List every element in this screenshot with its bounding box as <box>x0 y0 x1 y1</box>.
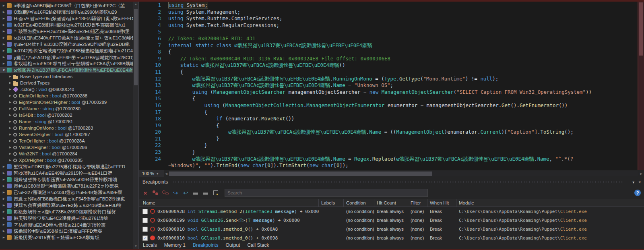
line-number[interactable]: 10 <box>139 62 163 69</box>
tree-item[interactable]: ▶RunningOnMono : bool @17000283 <box>0 125 133 131</box>
code-line[interactable]: =Windows)", "").TrimEnd(new char[0]).Tri… <box>139 162 638 169</box>
tree-item[interactable]: ▶Ô勳㶜ӱ눸\u16FE䰸Ø腹琿㳡ē雨ъ\u2990M㶄㹡\u29 <box>0 9 133 15</box>
code-line[interactable]: 15 { <box>139 95 638 102</box>
disable-all-breakpoints-icon[interactable] <box>162 189 169 196</box>
breakpoint-enabled-checkbox[interactable] <box>142 227 148 232</box>
expand-arrow-icon[interactable]: ▶ <box>1 43 6 46</box>
column-header-labels[interactable]: Labels <box>319 199 344 207</box>
line-number[interactable]: 9 <box>139 56 163 62</box>
code-line[interactable]: 14 using (ManagementObjectSearcher manag… <box>139 89 638 96</box>
line-number[interactable]: 23 <box>139 149 163 156</box>
code-line[interactable]: 18 if (enumerator.MoveNext()) <box>139 116 638 122</box>
line-number[interactable]: 1 <box>139 2 163 9</box>
expand-arrow-icon[interactable]: ▶ <box>1 165 6 168</box>
expand-arrow-icon[interactable]: ▶ <box>1 17 6 20</box>
expand-arrow-icon[interactable]: ▶ <box>1 217 6 220</box>
line-number[interactable]: 11 <box>139 69 163 76</box>
tree-item[interactable]: ▶㠯\uF327䞐㼄㴹Ｈ\u233D䨤㤎ǂ\uE54B㛺㵐\uA69E㝮 <box>0 189 133 196</box>
code-line[interactable]: 19 { <box>139 122 638 129</box>
editor-vertical-scrollbar[interactable] <box>638 2 644 170</box>
tree-item[interactable]: ▶㊷㘷唱棺ㄿ\uE5DF䣗ヨ㮔ㆌ┱㦔䫉㯫\uEC5A㢤\uE86B㷒㠤 <box>0 60 133 67</box>
expand-arrow-icon[interactable]: ▶ <box>1 36 6 39</box>
expand-arrow-icon[interactable]: ▶ <box>1 236 6 239</box>
expand-arrow-icon[interactable]: ▶ <box>1 56 6 59</box>
tree-item[interactable]: ▶Is64Bit : bool @17000282 <box>0 112 133 118</box>
expand-arrow-icon[interactable]: ▶ <box>8 81 13 85</box>
show-modules-icon[interactable] <box>202 189 209 196</box>
tree-item[interactable]: ▶㳚㨴㣼㺯\u2915㝗㸫ェ㛄㰛\uEC5A㶯㛩㘷 <box>0 234 133 241</box>
code-line[interactable]: 2using System.Management; <box>139 9 638 16</box>
code-line[interactable]: 4using System.Text.RegularExpressions; <box>139 22 638 29</box>
line-number[interactable]: 7 <box>139 42 163 49</box>
column-header-filter[interactable]: Filter <box>408 199 427 207</box>
code-line[interactable]: 8{ <box>139 49 638 56</box>
scrollbar-thumb[interactable] <box>639 2 643 56</box>
code-editor[interactable]: 1using System;2using System.Management;3… <box>139 2 644 170</box>
column-header-hit-count[interactable]: Hit Count <box>374 199 408 207</box>
expand-arrow-icon[interactable]: ▶ <box>1 49 6 52</box>
line-number[interactable]: 3 <box>139 15 163 22</box>
breakpoint-row[interactable]: 0x06000A2B int Stream1.method_2(Interfac… <box>139 207 644 216</box>
tree-item[interactable]: ▶Base Type and Interfaces <box>0 73 133 80</box>
line-number[interactable]: 14 <box>139 89 163 96</box>
tree-item[interactable]: ▶\u02FE\u4DE8㿰鉡H䗥ƙ彸ƺ\u2761Ꝏ둶ⶔ䨏礵碾덳\u1 <box>0 22 133 28</box>
expand-arrow-icon[interactable]: ▶ <box>1 62 6 65</box>
scroll-up-icon[interactable]: ▲ <box>133 2 138 7</box>
tree-item[interactable]: ▶㨴㥯ェ!㣄\u8FB8㛯㰜口㯿ェ\uF545㐼㫭\uFBD2㸳㶟㝹 <box>0 196 133 202</box>
tree-item[interactable]: ▼ω骸胀㒷겶\u1B37㼻\uFBCA¢該鄹倗㤹뫂\uEFBE\uE0E4㢏翳 <box>0 67 133 73</box>
line-number[interactable]: 2 <box>139 9 163 16</box>
breakpoint-icon[interactable] <box>150 236 155 240</box>
collapse-arrow-icon[interactable]: ▼ <box>1 68 6 72</box>
scroll-down-icon[interactable]: ▼ <box>133 244 138 249</box>
line-number[interactable]: 16 <box>139 102 163 109</box>
expand-arrow-icon[interactable]: ▶ <box>8 120 13 123</box>
zoom-control[interactable]: 100 % ▼ <box>139 170 163 177</box>
tree-item[interactable]: ▶.cctor() : void @06000C40 <box>0 86 133 93</box>
bottom-tab-memory-1[interactable]: Memory 1 <box>161 242 189 248</box>
code-line[interactable]: 11 { <box>139 69 638 76</box>
search-input[interactable] <box>225 189 428 197</box>
line-number[interactable]: 13 <box>139 82 163 89</box>
line-number[interactable]: 4 <box>139 22 163 29</box>
line-number[interactable]: 19 <box>139 122 163 129</box>
breakpoint-row[interactable]: 0x06000199 void GClass26.Send<T>(T messa… <box>139 216 644 225</box>
tree-item[interactable]: ▶㗨ゆ㺰Ⅰ\u1CA4\uEE49㪢\u2915㸳—\uEB41口㱹 <box>0 170 133 176</box>
line-number[interactable]: 12 <box>139 76 163 83</box>
code-line[interactable]: 12 ω骸胀㒷겶\u1B37㼻\uFBCA¢該鄹倗㤹뫂\uEFBE\uE0E4㢏… <box>139 76 638 83</box>
code-line[interactable]: 3using System.Runtime.CompilerServices; <box>139 15 638 22</box>
expand-arrow-icon[interactable]: ▶ <box>8 94 13 97</box>
expand-arrow-icon[interactable]: ▶ <box>1 4 6 7</box>
line-number[interactable]: 21 <box>139 136 163 143</box>
close-icon[interactable]: × <box>638 180 641 184</box>
breakpoint-icon[interactable] <box>150 218 155 223</box>
column-header-condition[interactable]: Condition <box>344 199 374 207</box>
tree-item[interactable]: ▶TenOrHigher : bool @1700028A <box>0 138 133 144</box>
scrollbar-thumb[interactable] <box>169 171 432 176</box>
tree-item[interactable]: ▶XpOrHigher : bool @17000285 <box>0 157 133 163</box>
go-to-source-code-icon[interactable]: ↪ <box>172 189 179 196</box>
help-icon[interactable]: ? <box>634 190 641 196</box>
breakpoint-enabled-checkbox[interactable] <box>142 209 148 214</box>
tree-item[interactable]: ▶Name : string @17000281 <box>0 118 133 125</box>
expand-arrow-icon[interactable]: ▶ <box>1 178 6 181</box>
breakpoint-row[interactable]: 0x06000010 bool GClass0.smethod_0() + 0x… <box>139 225 644 233</box>
expand-arrow-icon[interactable]: ▶ <box>8 133 13 136</box>
expand-arrow-icon[interactable]: ▶ <box>1 197 6 200</box>
code-line[interactable]: 9 // Token: 0x06000C40 RID: 3136 RVA: 0x… <box>139 56 638 62</box>
tree-item[interactable]: ▶㙰㥒㸳\uEDBD㶟\u2275㛦㐿㯨㛚ち뺯㘲㶯逃㳲\uFFFD <box>0 163 133 170</box>
tree-item[interactable]: ▶㛦㺯㪢堄㸳ワ㝹\uE4C2㶟㯨㛚ㆌ㳚\u2761㵲㠤 <box>0 215 133 221</box>
expand-arrow-icon[interactable]: ▶ <box>8 126 13 130</box>
line-number[interactable]: 20 <box>139 129 163 136</box>
tree-item[interactable]: ▶EightPointOneOrHigher : bool @17000289 <box>0 99 133 105</box>
tree-item[interactable]: ▶SevenOrHigher : bool @17000287 <box>0 131 133 138</box>
code-line[interactable]: 22 } <box>139 142 638 149</box>
breakpoint-icon[interactable] <box>150 227 155 231</box>
tree-item[interactable]: ▶Derived Types <box>0 80 133 86</box>
bottom-tab-locals[interactable]: Locals <box>139 242 161 248</box>
scroll-right-icon[interactable]: ▶ <box>638 172 644 176</box>
column-header-when-hit[interactable]: When Hit <box>427 199 456 207</box>
bottom-tab-call-stack[interactable]: Call Stack <box>244 242 272 248</box>
line-number[interactable]: 15 <box>139 95 163 102</box>
column-header-name[interactable]: Name <box>139 199 319 207</box>
code-line[interactable]: 23 } <box>139 149 638 156</box>
